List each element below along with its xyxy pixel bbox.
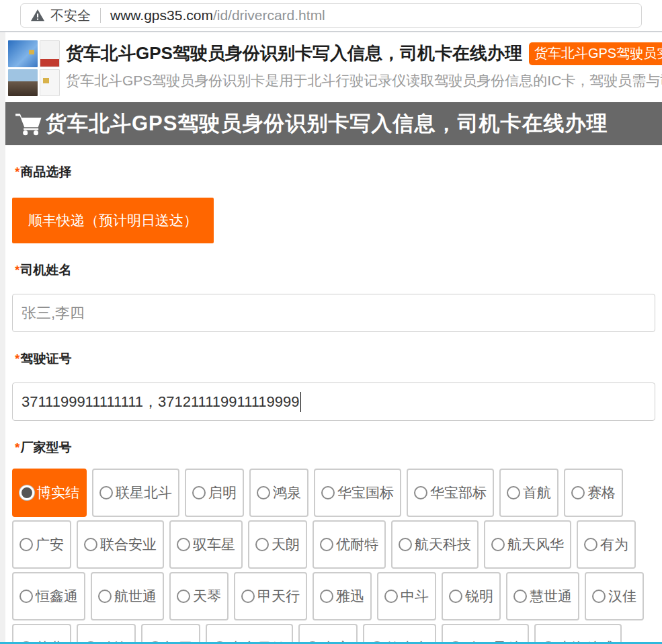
manufacturer-option[interactable]: 启明 [185,469,244,517]
order-form: *商品选择 顺丰快递（预计明日送达） *司机姓名 张三,李四 *驾驶证号 371… [5,163,662,643]
shipping-option-button[interactable]: 顺丰快递（预计明日送达） [12,198,214,243]
security-status-label[interactable]: 不安全 [50,7,91,25]
license-number-label: *驾驶证号 [12,350,655,368]
manufacturer-option-label: 联星北斗 [116,483,172,502]
radio-icon [449,590,462,603]
manufacturer-option[interactable]: 甲天行 [234,572,307,620]
url-bar[interactable]: 不安全 www.gps35.com/id/drivercard.html [20,3,642,28]
driver-name-value: 张三,李四 [22,303,85,323]
manufacturer-option[interactable]: 陕汽 [77,624,136,643]
radio-icon [19,538,33,551]
manufacturer-option[interactable]: 驭车星 [169,520,243,569]
listing-subtitle: 货车北斗GPS驾驶员身份识别卡是用于北斗行驶记录仪读取驾驶员身份信息的IC卡，驾… [66,71,662,90]
listing-text: 货车北斗GPS驾驶员身份识别卡写入信息，司机卡在线办理 货车北斗GPS驾驶员实名… [66,40,662,99]
manufacturer-option[interactable]: 联合安业 [77,520,164,569]
manufacturer-option[interactable]: 首航 [499,469,558,517]
manufacturer-option-label: 中斗 [401,587,429,606]
manufacturer-option[interactable]: 天朗 [248,520,307,569]
manufacturer-option-label: 航天风华 [507,535,564,554]
thumb-blue-card-image [8,40,38,67]
manufacturer-option[interactable]: 博实结 [12,469,87,517]
banner-title: 货车北斗GPS驾驶员身份识别卡写入信息，司机卡在线办理 [46,110,608,138]
manufacturer-option[interactable]: 航世通 [91,572,164,620]
radio-icon [384,590,398,603]
radio-icon [414,486,427,499]
manufacturer-option[interactable]: 雅迅 [313,572,372,620]
shopping-cart-icon [15,110,43,137]
order-banner: 货车北斗GPS驾驶员身份识别卡写入信息，司机卡在线办理 [5,102,662,145]
manufacturer-option[interactable]: 慧世通 [506,572,579,620]
thumb-trucks-image [8,69,38,96]
radio-icon [592,590,606,603]
required-mark: * [15,352,19,366]
required-mark: * [15,440,19,454]
required-mark: * [15,165,19,179]
manufacturer-option-label: 广安 [36,535,64,554]
manufacturer-option-label: 优耐特 [336,535,378,554]
radio-icon [320,538,333,551]
manufacturer-option[interactable]: 上海航盛 [534,624,622,643]
realname-card-badge: 货车北斗GPS驾驶员实名卡 [529,42,662,65]
manufacturer-option[interactable]: 广安 [12,520,71,569]
radio-icon [98,590,112,603]
manufacturer-option-label: 汉佳 [608,587,636,606]
driver-name-input[interactable]: 张三,李四 [12,294,655,332]
product-select-label: *商品选择 [12,163,655,181]
manufacturer-option[interactable]: 联星北斗 [92,469,179,517]
manufacturer-option[interactable]: 锐明 [442,572,501,620]
manufacturer-option-label: 慧世通 [530,587,572,606]
radio-icon [177,538,190,551]
thumb-document-image [40,40,60,67]
manufacturer-option[interactable]: 航天科技 [391,520,479,569]
radio-icon [320,590,333,603]
radio-icon [584,538,597,551]
manufacturer-option[interactable]: 航天风华 [484,520,571,569]
manufacturer-option[interactable]: 中斗 [377,572,436,620]
manufacturer-option[interactable]: 鸿泉 [249,469,308,517]
manufacturer-option[interactable]: 有为 [577,520,636,569]
warning-triangle-icon[interactable] [30,9,45,22]
manufacturer-option-label: 甲天行 [257,587,300,606]
manufacturer-option-label: 首航 [523,483,551,502]
manufacturer-option[interactable]: 汉佳 [585,572,644,620]
license-number-input[interactable]: 3711199911111111，371211119911119999 [12,383,655,421]
manufacturer-option-label: 联合安业 [100,535,157,554]
manufacturer-option[interactable]: 赛格 [564,469,623,517]
manufacturer-option[interactable]: 福田 [141,624,200,643]
manufacturer-option[interactable]: 中交天健 [206,624,293,643]
radio-icon [491,538,505,551]
browser-address-bar: 不安全 www.gps35.com/id/drivercard.html [0,0,662,32]
manufacturer-option[interactable]: 天琴 [169,572,229,620]
radio-icon [19,590,33,603]
manufacturer-option[interactable]: 苏北 [12,624,71,643]
manufacturer-option-label: 博实结 [37,483,79,502]
manufacturer-option-label: 赛格 [587,483,616,502]
page-content: 货车北斗GPS驾驶员身份识别卡写入信息，司机卡在线办理 货车北斗GPS驾驶员实名… [5,32,662,643]
radio-icon [84,538,97,551]
radio-icon [241,590,255,603]
manufacturer-option[interactable]: 陕西导航 [442,624,529,643]
manufacturer-option[interactable]: 华宝国标 [314,469,401,517]
radio-icon [507,486,520,499]
manufacturer-option-label: 航天科技 [415,535,471,554]
url-domain: www.gps35.com [110,7,213,23]
radio-selected-icon [19,485,34,500]
url-path: /id/drivercard.html [213,7,325,23]
manufacturer-option-label: 雅迅 [336,587,364,606]
manufacturer-option[interactable]: 恒鑫通 [12,572,85,620]
manufacturer-option-label: 天琴 [193,587,221,606]
manufacturer-option[interactable]: 优耐特 [313,520,386,569]
manufacturer-options: 博实结联星北斗启明鸿泉华宝国标华宝部标首航赛格广安联合安业驭车星天朗优耐特航天科… [12,469,661,643]
radio-icon [257,486,270,499]
radio-icon [99,486,113,499]
manufacturer-option[interactable]: 中寰 [298,624,358,643]
manufacturer-option[interactable]: 华宝部标 [407,469,494,517]
radio-icon [399,538,412,551]
radio-icon [321,486,335,499]
license-number-value: 3711199911111111，371211119911119999 [22,392,300,412]
manufacturer-option[interactable]: 烽火台 [363,624,436,643]
driver-name-label: *司机姓名 [12,261,655,279]
page-url[interactable]: www.gps35.com/id/drivercard.html [110,7,325,24]
manufacturer-label: *厂家型号 [12,439,655,456]
manufacturer-option-label: 华宝部标 [430,483,487,502]
